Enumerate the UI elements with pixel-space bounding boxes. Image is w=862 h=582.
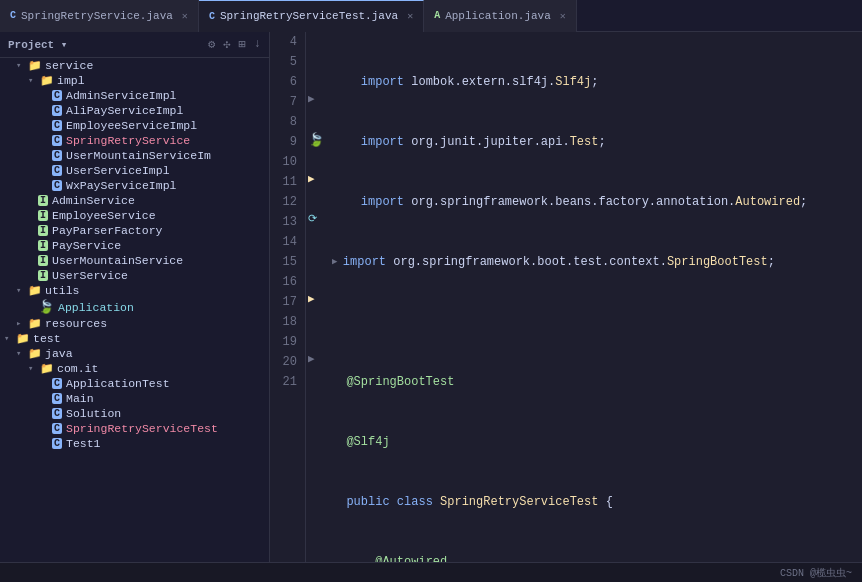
tab-springretrytest[interactable]: C SpringRetryServiceTest.java ✕ [199,0,424,32]
folder-icon-resources: 📁 [28,317,42,330]
folder-arrow-test: ▾ [4,333,14,344]
folder-label-resources: resources [45,317,107,330]
class-icon-springretrytest: C [52,423,62,434]
sidebar-title: Project ▾ [8,38,67,51]
tab-label-springretrytest: SpringRetryServiceTest.java [220,10,398,22]
code-line-8 [332,312,862,332]
fold-7[interactable]: ▶ [332,252,343,272]
code-line-11: public class SpringRetryServiceTest { [332,492,862,512]
ln-19: 19 [278,332,297,352]
class-label-solution: Solution [66,407,121,420]
folder-label-service: service [45,59,93,72]
folder-icon-java: 📁 [28,347,42,360]
tree-impl-folder[interactable]: ▾ 📁 impl [0,73,269,88]
tree-employeeserviceimpl[interactable]: C EmployeeServiceImpl [0,118,269,133]
class-icon-wxpay: C [52,180,62,191]
class-icon-solution: C [52,408,62,419]
ln-21: 21 [278,372,297,392]
tab-close-springretrytest[interactable]: ✕ [407,10,413,22]
folder-arrow-service: ▾ [16,60,26,71]
code-editor[interactable]: 4 5 6 7 8 9 10 11 12 13 14 15 16 17 18 1… [270,32,862,562]
ln-14: 14 [278,232,297,252]
ln-15: 15 [278,252,297,272]
ln-9: 9 [278,132,297,152]
folder-arrow-java: ▾ [16,348,26,359]
interface-icon-admin: I [38,195,48,206]
tree-employeeservice[interactable]: I EmployeeService [0,208,269,223]
interface-label-payparser: PayParserFactory [52,224,162,237]
tree-payparser[interactable]: I PayParserFactory [0,223,269,238]
run-icon-13[interactable]: ⟳ [308,212,317,225]
tab-application[interactable]: A Application.java ✕ [424,0,577,32]
tree-adminserviceimpl[interactable]: C AdminServiceImpl [0,88,269,103]
tree-application[interactable]: 🍃 Application [0,298,269,316]
folder-arrow-resources: ▸ [16,318,26,329]
tree-test1[interactable]: C Test1 [0,436,269,451]
pin-icon[interactable]: ⊞ [239,37,246,52]
folder-label-utils: utils [45,284,80,297]
tree-java-folder[interactable]: ▾ 📁 java [0,346,269,361]
tree-utils-folder[interactable]: ▾ 📁 utils [0,283,269,298]
ln-12: 12 [278,192,297,212]
tree-userserviceimpl[interactable]: C UserServiceImpl [0,163,269,178]
ln-7: 7 [278,92,297,112]
ln-18: 18 [278,312,297,332]
tree-main[interactable]: C Main [0,391,269,406]
folder-label-test: test [33,332,61,345]
folder-icon-utils: 📁 [28,284,42,297]
class-icon-employee: C [52,120,62,131]
tree-comit-folder[interactable]: ▾ 📁 com.it [0,361,269,376]
tree-springretryservice[interactable]: C SpringRetryService [0,133,269,148]
ln-4: 4 [278,32,297,52]
project-sidebar: Project ▾ ⚙ ✣ ⊞ ↓ ▾ 📁 service ▾ 📁 impl C… [0,32,270,562]
tree-alipayserviceimpl[interactable]: C AliPayServiceImpl [0,103,269,118]
fold-icon-19[interactable]: ▶ [308,352,315,365]
sidebar-actions[interactable]: ⚙ ✣ ⊞ ↓ [208,37,261,52]
tab-icon-springretrytest: C [209,11,215,22]
code-text[interactable]: import lombok.extern.slf4j.Slf4j; import… [328,32,862,562]
code-line-7: ▶ import org.springframework.boot.test.c… [332,252,862,272]
folder-icon-test: 📁 [16,332,30,345]
tab-close-application[interactable]: ✕ [560,10,566,22]
settings-icon[interactable]: ⚙ [208,37,215,52]
class-icon-apptest: C [52,378,62,389]
ln-8: 8 [278,112,297,132]
tree-payservice[interactable]: I PayService [0,238,269,253]
ln-16: 16 [278,272,297,292]
interface-icon-payservice: I [38,240,48,251]
editor-gutter: ▶ 🍃 ▶ ⟳ ▶ ▶ [306,32,328,562]
fold-icon-7[interactable]: ▶ [308,92,315,105]
layout-icon[interactable]: ✣ [223,37,230,52]
run-icon-11[interactable]: ▶ [308,172,315,185]
ln-17: 17 [278,292,297,312]
tree-resources-folder[interactable]: ▸ 📁 resources [0,316,269,331]
leaf-icon-9: 🍃 [308,132,324,148]
tab-springretry[interactable]: C SpringRetryService.java ✕ [0,0,199,32]
collapse-icon[interactable]: ↓ [254,37,261,52]
tree-usermountain[interactable]: C UserMountainServiceIm [0,148,269,163]
tree-wxpayserviceimpl[interactable]: C WxPayServiceImpl [0,178,269,193]
ln-20: 20 [278,352,297,372]
interface-label-usermountain: UserMountainService [52,254,183,267]
folder-arrow-utils: ▾ [16,285,26,296]
class-label-employee: EmployeeServiceImpl [66,119,197,132]
class-icon-usermountain: C [52,150,62,161]
class-label-test1: Test1 [66,437,101,450]
ln-6: 6 [278,72,297,92]
tree-usermountainservice[interactable]: I UserMountainService [0,253,269,268]
app-icon-application: 🍃 [38,299,54,315]
class-icon-main: C [52,393,62,404]
tree-test-folder[interactable]: ▾ 📁 test [0,331,269,346]
tree-adminservice[interactable]: I AdminService [0,193,269,208]
tab-close-springretry[interactable]: ✕ [182,10,188,22]
tab-icon-application: A [434,10,440,21]
code-line-4: import lombok.extern.slf4j.Slf4j; [332,72,862,92]
tree-springretryservicetest[interactable]: C SpringRetryServiceTest [0,421,269,436]
run-icon-16[interactable]: ▶ [308,292,315,305]
status-bar: CSDN @榄虫虫~ [0,562,862,582]
tree-service-folder[interactable]: ▾ 📁 service [0,58,269,73]
tree-userservice[interactable]: I UserService [0,268,269,283]
code-line-6: import org.springframework.beans.factory… [332,192,862,212]
tree-solution[interactable]: C Solution [0,406,269,421]
tree-applicationtest[interactable]: C ApplicationTest [0,376,269,391]
